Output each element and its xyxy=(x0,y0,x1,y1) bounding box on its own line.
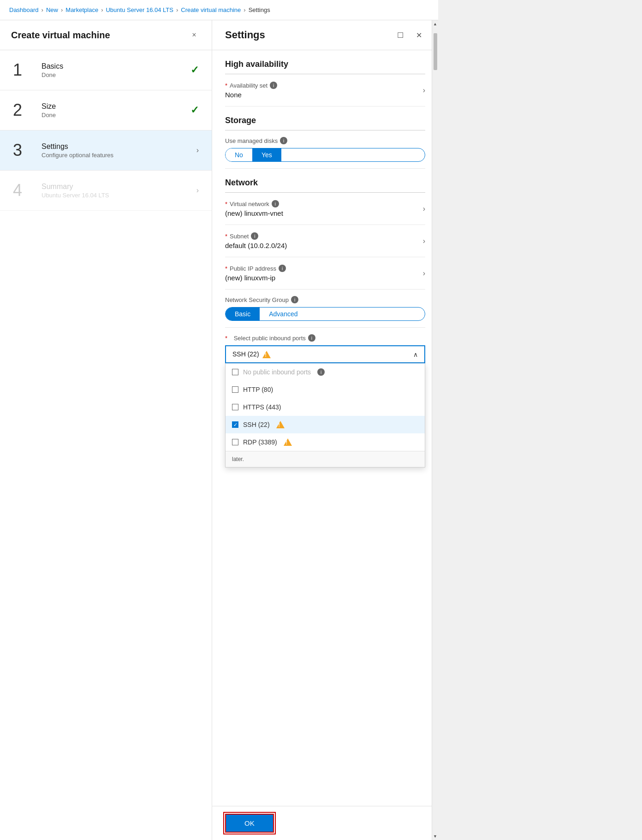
storage-section-title: Storage xyxy=(225,106,425,130)
breadcrumb-marketplace[interactable]: Marketplace xyxy=(65,6,98,13)
nsg-basic-button[interactable]: Basic xyxy=(226,308,260,320)
inbound-ports-label: * Select public inbound ports i xyxy=(225,334,425,342)
subnet-value: default (10.0.2.0/24) xyxy=(225,242,423,249)
availability-set-label: * Availability set i xyxy=(225,82,423,89)
virtual-network-value: (new) linuxvm-vnet xyxy=(225,209,423,217)
step-3[interactable]: 3 Settings Configure optional features › xyxy=(0,130,212,171)
virtual-network-label: * Virtual network i xyxy=(225,200,423,207)
http-label: HTTP (80) xyxy=(243,386,273,393)
dropdown-item-http[interactable]: HTTP (80) xyxy=(226,381,425,398)
high-availability-section-title: High availability xyxy=(225,50,425,74)
step-4-info: Summary Ubuntu Server 16.04 LTS xyxy=(42,183,196,199)
right-footer: OK xyxy=(212,806,438,840)
breadcrumb-create-vm[interactable]: Create virtual machine xyxy=(181,6,241,13)
left-panel-close-button[interactable]: × xyxy=(188,29,201,41)
breadcrumb: Dashboard › New › Marketplace › Ubuntu S… xyxy=(0,0,438,20)
managed-disks-no-button[interactable]: No xyxy=(226,148,252,161)
step-1[interactable]: 1 Basics Done ✓ xyxy=(0,50,212,90)
step-4-desc: Ubuntu Server 16.04 LTS xyxy=(42,192,196,199)
breadcrumb-dashboard[interactable]: Dashboard xyxy=(9,6,39,13)
dropdown-notice: later. xyxy=(226,451,425,467)
virtual-network-info-icon[interactable]: i xyxy=(272,200,279,207)
subnet-chevron-icon[interactable]: › xyxy=(423,237,425,245)
inbound-ports-selected-text: SSH (22) xyxy=(232,350,259,358)
breadcrumb-ubuntu[interactable]: Ubuntu Server 16.04 LTS xyxy=(106,6,173,13)
subnet-label: * Subnet i xyxy=(225,232,423,240)
step-3-name: Settings xyxy=(42,142,196,151)
public-ip-label: * Public IP address i xyxy=(225,265,423,272)
nsg-label: Network Security Group i xyxy=(225,296,425,303)
left-panel-header: Create virtual machine × xyxy=(0,20,212,50)
step-3-desc: Configure optional features xyxy=(42,152,196,159)
network-section-title: Network xyxy=(225,169,425,193)
nsg-info-icon[interactable]: i xyxy=(291,296,298,303)
managed-disks-yes-button[interactable]: Yes xyxy=(252,148,281,161)
right-panel-title: Settings xyxy=(225,29,265,41)
right-panel: Settings ☐ ✕ High availability * Availab… xyxy=(212,20,438,840)
nsg-toggle[interactable]: Basic Advanced xyxy=(225,307,425,321)
subnet-row[interactable]: * Subnet i default (10.0.2.0/24) › xyxy=(225,225,425,257)
availability-set-info-icon[interactable]: i xyxy=(270,82,277,89)
step-4-arrow-icon: › xyxy=(196,186,199,195)
no-public-label: No public inbound ports xyxy=(243,368,311,376)
dropdown-item-https[interactable]: HTTPS (443) xyxy=(226,398,425,416)
steps-container: 1 Basics Done ✓ 2 Size Done ✓ 3 xyxy=(0,50,212,840)
breadcrumb-new[interactable]: New xyxy=(46,6,58,13)
virtual-network-row[interactable]: * Virtual network i (new) linuxvm-vnet › xyxy=(225,193,425,225)
step-4: 4 Summary Ubuntu Server 16.04 LTS › xyxy=(0,171,212,211)
left-panel: Create virtual machine × 1 Basics Done ✓… xyxy=(0,20,212,840)
availability-set-row[interactable]: * Availability set i None › xyxy=(225,74,425,106)
scrollbar[interactable]: ▲ ▼ xyxy=(432,20,438,840)
inbound-ports-dropdown[interactable]: SSH (22) ∧ No public inbound ports i xyxy=(225,345,425,363)
managed-disks-info-icon[interactable]: i xyxy=(280,137,287,144)
rdp-checkbox[interactable] xyxy=(232,439,238,445)
main-container: Create virtual machine × 1 Basics Done ✓… xyxy=(0,20,438,840)
managed-disks-label: Use managed disks i xyxy=(225,137,425,144)
http-checkbox[interactable] xyxy=(232,386,238,393)
ssh-warning-icon xyxy=(276,421,285,428)
public-ip-chevron-icon[interactable]: › xyxy=(423,269,425,278)
inbound-ports-dropdown-selected[interactable]: SSH (22) ∧ xyxy=(225,345,425,363)
https-checkbox[interactable] xyxy=(232,404,238,410)
virtual-network-chevron-icon[interactable]: › xyxy=(423,205,425,213)
scroll-track xyxy=(434,29,437,832)
inbound-ports-warning-icon xyxy=(262,351,271,358)
ssh-label: SSH (22) xyxy=(243,421,270,428)
availability-set-chevron-icon[interactable]: › xyxy=(423,86,425,95)
public-ip-info-icon[interactable]: i xyxy=(279,265,286,272)
scroll-up-arrow[interactable]: ▲ xyxy=(432,20,439,28)
dropdown-item-no-public[interactable]: No public inbound ports i xyxy=(226,363,425,381)
ok-button[interactable]: OK xyxy=(225,814,274,833)
no-public-checkbox[interactable] xyxy=(232,369,238,375)
step-1-number: 1 xyxy=(13,60,36,80)
step-1-check-icon: ✓ xyxy=(190,64,199,76)
right-header-icons: ☐ ✕ xyxy=(394,29,425,41)
subnet-info-icon[interactable]: i xyxy=(251,232,258,240)
nsg-advanced-button[interactable]: Advanced xyxy=(260,308,307,320)
step-2[interactable]: 2 Size Done ✓ xyxy=(0,90,212,130)
step-3-arrow-icon: › xyxy=(196,146,199,154)
scroll-thumb[interactable] xyxy=(434,33,437,70)
inbound-ports-info-icon[interactable]: i xyxy=(308,334,315,342)
right-panel-wrapper: Settings ☐ ✕ High availability * Availab… xyxy=(212,20,438,840)
rdp-label: RDP (3389) xyxy=(243,438,277,446)
https-label: HTTPS (443) xyxy=(243,403,281,411)
dropdown-item-rdp[interactable]: RDP (3389) xyxy=(226,433,425,451)
ssh-checkbox[interactable]: ✓ xyxy=(232,421,238,428)
right-panel-close-button[interactable]: ✕ xyxy=(412,29,425,41)
step-1-desc: Done xyxy=(42,71,190,78)
no-public-info-icon[interactable]: i xyxy=(317,368,325,376)
dropdown-item-ssh[interactable]: ✓ SSH (22) xyxy=(226,416,425,433)
public-ip-value: (new) linuxvm-ip xyxy=(225,274,423,282)
step-4-name: Summary xyxy=(42,183,196,191)
scroll-down-arrow[interactable]: ▼ xyxy=(432,833,439,840)
step-1-name: Basics xyxy=(42,62,190,71)
managed-disks-row: Use managed disks i No Yes xyxy=(225,130,425,169)
rdp-warning-icon xyxy=(284,438,292,446)
inbound-ports-row: * Select public inbound ports i SSH (22)… xyxy=(225,328,425,370)
maximize-button[interactable]: ☐ xyxy=(394,29,407,41)
public-ip-row[interactable]: * Public IP address i (new) linuxvm-ip › xyxy=(225,257,425,290)
step-2-name: Size xyxy=(42,102,190,111)
managed-disks-toggle[interactable]: No Yes xyxy=(225,148,425,162)
step-4-number: 4 xyxy=(13,181,36,200)
